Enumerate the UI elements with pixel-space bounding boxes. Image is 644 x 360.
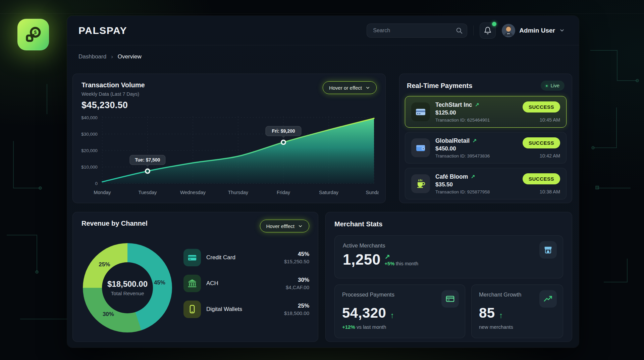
- live-status-badge: ● Live: [541, 81, 565, 91]
- app-title: PALSPAY: [78, 25, 127, 36]
- donut-slice-label: 30%: [103, 311, 114, 318]
- card-subtitle: Weekly Data (Last 7 Days): [82, 91, 145, 97]
- processed-payments-card: Processed Payments 54,320 ↑: [334, 284, 465, 338]
- stat-label: Processed Payments: [342, 291, 458, 298]
- total-revenue-value: $18,500.00: [107, 279, 148, 289]
- avatar: [502, 24, 515, 37]
- svg-text:Fri: $9,200: Fri: $9,200: [272, 128, 295, 134]
- transaction-time: 10:38 AM: [540, 189, 560, 194]
- donut-center: $18,500.00 Total Revenue: [102, 262, 153, 313]
- wallet-icon: [411, 138, 430, 157]
- stat-delta-suffix: vs last month: [357, 324, 386, 330]
- transaction-row[interactable]: TechStart Inc↗ $125.00 Transaction ID: 6…: [405, 96, 567, 128]
- chevron-down-icon: [365, 85, 370, 90]
- user-name: Admin User: [519, 27, 555, 34]
- stat-delta-suffix: this month: [396, 261, 418, 266]
- transaction-time: 10:45 AM: [540, 117, 560, 123]
- transaction-row[interactable]: GlobalRetail↗ $450.00 Transaction ID: 39…: [405, 132, 567, 164]
- svg-text:Thursday: Thursday: [228, 190, 249, 195]
- channel-name: Credit Card: [206, 254, 279, 261]
- transaction-id: Transaction ID: 925877958: [435, 189, 517, 194]
- trending-up-icon: [539, 290, 557, 308]
- breadcrumb-separator: ›: [111, 53, 113, 60]
- svg-text:Tuesday: Tuesday: [138, 190, 157, 195]
- stat-delta: +12%: [342, 324, 355, 330]
- palspay-logo[interactable]: $: [17, 19, 49, 50]
- transaction-amount: $125.00: [435, 109, 517, 116]
- svg-text:$20,000: $20,000: [81, 148, 98, 153]
- donut-filter-button[interactable]: Hover efffect: [260, 220, 310, 232]
- chevron-down-icon: [298, 224, 303, 229]
- search-icon: [455, 27, 463, 34]
- legend-row: Digital Wallets 25% $18,500.00: [183, 299, 309, 320]
- app-window: PALSPAY: [67, 16, 579, 348]
- realtime-payments-card: Real-Time Payments ● Live: [399, 74, 572, 203]
- channel-percent: 30%: [286, 277, 309, 283]
- svg-text:Wednesday: Wednesday: [180, 190, 206, 195]
- transaction-amount: $35.50: [435, 181, 517, 188]
- svg-text:Tue: $7,500: Tue: $7,500: [135, 157, 160, 163]
- search-box: [367, 24, 467, 38]
- channel-legend: Credit Card 45% $15,250.50: [183, 247, 309, 320]
- svg-text:$10,000: $10,000: [81, 165, 98, 170]
- user-menu[interactable]: Admin User: [502, 24, 565, 37]
- credit-card-icon: [183, 249, 201, 266]
- channel-percent: 45%: [284, 251, 309, 258]
- merchant-growth-value: 85: [479, 306, 495, 320]
- total-volume-value: $45,230.50: [82, 100, 145, 110]
- merchant-name: TechStart Inc: [435, 101, 472, 108]
- status-badge: SUCCESS: [523, 173, 560, 184]
- merchant-name: Café Bloom: [435, 173, 468, 180]
- svg-text:Monday: Monday: [94, 190, 111, 195]
- search-input[interactable]: [367, 24, 467, 38]
- divider: [0, 13, 644, 14]
- card-title: Real-Time Payments: [407, 82, 472, 90]
- channel-value: $4,CAF.00: [286, 284, 309, 290]
- total-revenue-label: Total Revenue: [111, 290, 144, 297]
- live-label: Live: [550, 83, 559, 88]
- card-title: Merchant Stats: [334, 220, 563, 228]
- svg-text:Friday: Friday: [277, 190, 290, 195]
- bell-icon: [484, 27, 492, 35]
- transaction-volume-card: Transaction Volume Weekly Data (Last 7 D…: [72, 74, 386, 203]
- merchant-name: GlobalRetail: [435, 137, 470, 144]
- divider: [473, 26, 474, 36]
- transaction-time: 10:42 AM: [540, 153, 560, 159]
- transaction-id: Transaction ID: 625464901: [435, 118, 517, 123]
- donut-slice-label: 45%: [154, 279, 165, 286]
- unread-indicator-dot: [492, 22, 496, 26]
- chevron-down-icon: [559, 28, 565, 33]
- app-header: PALSPAY: [67, 16, 579, 45]
- notifications-button[interactable]: [480, 22, 496, 39]
- card-title: Transaction Volume: [82, 81, 145, 89]
- arrow-up-icon: ↑: [390, 311, 394, 320]
- revenue-by-channel-card: Revenue by Channel Hover efffect $18,500…: [72, 212, 318, 342]
- merchant-growth-card: Merchant Growth 85 ↑ new merchants: [471, 284, 563, 338]
- chart-filter-label: Hover or effect: [329, 85, 362, 91]
- breadcrumb-overview: Overview: [118, 53, 142, 60]
- arrow-up-right-icon: ↗: [471, 174, 475, 180]
- breadcrumb-dashboard[interactable]: Dashboard: [78, 53, 106, 60]
- channel-name: ACH: [206, 280, 280, 287]
- svg-text:$30,000: $30,000: [81, 132, 98, 137]
- bank-icon: [183, 275, 201, 292]
- donut-filter-label: Hover efffect: [266, 223, 295, 229]
- desktop-background: $ PALSPAY: [0, 0, 644, 360]
- chart-filter-button[interactable]: Hover or effect: [323, 81, 377, 94]
- svg-text:$40,000: $40,000: [81, 115, 98, 120]
- arrow-up-right-icon: ↗: [475, 102, 479, 108]
- transaction-amount: $450.00: [435, 145, 517, 152]
- revenue-donut-chart[interactable]: $18,500.00 Total Revenue 45%30%25%: [83, 243, 172, 332]
- stat-delta: +5%: [385, 261, 394, 266]
- transaction-row[interactable]: Café Bloom↗ $35.50 Transaction ID: 92587…: [405, 168, 567, 199]
- credit-card-icon: [441, 290, 459, 308]
- processed-payments-value: 54,320: [342, 306, 386, 320]
- merchant-stats-card: Merchant Stats Active Merchants 1,250: [325, 212, 572, 342]
- channel-value: $15,250.50: [284, 259, 309, 264]
- svg-text:Saturday: Saturday: [319, 190, 339, 195]
- channel-name: Digital Wallets: [206, 306, 279, 313]
- card-title: Revenue by Channel: [82, 220, 148, 227]
- storefront-icon: [539, 241, 557, 259]
- transaction-volume-chart[interactable]: $40,000$30,000$20,000$10,0000MondayTuesd…: [77, 113, 379, 200]
- live-dot-icon: ●: [546, 84, 548, 88]
